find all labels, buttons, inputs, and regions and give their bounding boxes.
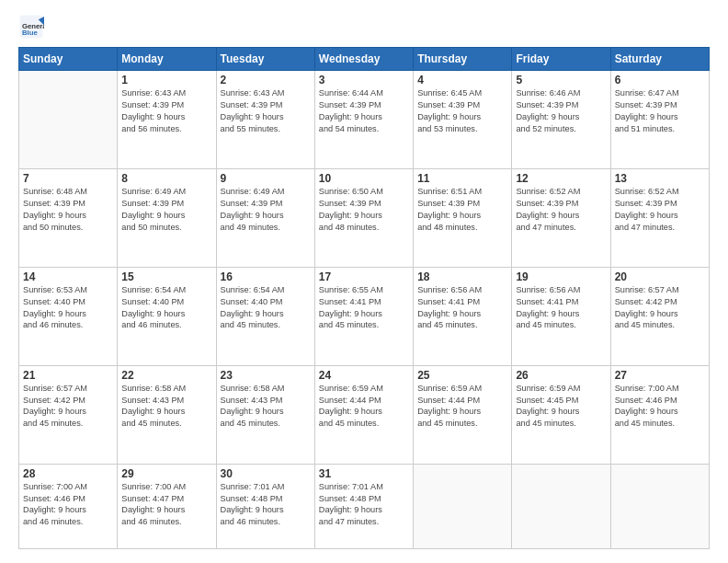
sunset-text: Sunset: 4:44 PM (417, 395, 507, 407)
calendar-cell: 8Sunrise: 6:49 AMSunset: 4:39 PMDaylight… (118, 168, 216, 267)
day-number: 4 (417, 74, 507, 86)
sunrise-text: Sunrise: 6:51 AM (417, 186, 507, 198)
sunset-text: Sunset: 4:42 PM (23, 395, 113, 407)
calendar-cell (414, 464, 512, 548)
calendar-cell: 27Sunrise: 7:00 AMSunset: 4:46 PMDayligh… (610, 365, 709, 464)
calendar-cell: 23Sunrise: 6:58 AMSunset: 4:43 PMDayligh… (216, 365, 314, 464)
calendar-cell (512, 464, 610, 548)
daylight-minutes: and 45 minutes. (615, 418, 705, 430)
daylight-hours: Daylight: 9 hours (121, 308, 211, 320)
day-number: 27 (615, 369, 705, 382)
daylight-hours: Daylight: 9 hours (23, 406, 113, 418)
svg-text:Blue: Blue (22, 29, 39, 37)
sunrise-text: Sunrise: 6:46 AM (516, 87, 606, 99)
daylight-minutes: and 45 minutes. (319, 319, 409, 331)
calendar-cell: 7Sunrise: 6:48 AMSunset: 4:39 PMDaylight… (19, 168, 118, 267)
sunrise-text: Sunrise: 6:57 AM (615, 284, 705, 296)
sunset-text: Sunset: 4:39 PM (121, 198, 211, 210)
day-number: 29 (121, 467, 211, 480)
sunrise-text: Sunrise: 6:59 AM (319, 383, 409, 395)
daylight-minutes: and 45 minutes. (221, 418, 311, 430)
daylight-hours: Daylight: 9 hours (516, 210, 606, 222)
calendar-cell: 26Sunrise: 6:59 AMSunset: 4:45 PMDayligh… (512, 365, 610, 464)
calendar-cell: 30Sunrise: 7:01 AMSunset: 4:48 PMDayligh… (216, 464, 314, 548)
daylight-minutes: and 45 minutes. (319, 418, 409, 430)
calendar-cell: 10Sunrise: 6:50 AMSunset: 4:39 PMDayligh… (314, 168, 413, 267)
sunrise-text: Sunrise: 6:59 AM (516, 383, 606, 395)
daylight-hours: Daylight: 9 hours (121, 504, 211, 516)
daylight-hours: Daylight: 9 hours (121, 210, 211, 222)
calendar-cell: 3Sunrise: 6:44 AMSunset: 4:39 PMDaylight… (314, 71, 413, 169)
calendar-cell: 21Sunrise: 6:57 AMSunset: 4:42 PMDayligh… (19, 365, 118, 464)
day-number: 30 (221, 467, 311, 480)
day-number: 18 (417, 270, 507, 283)
daylight-hours: Daylight: 9 hours (319, 406, 409, 418)
day-number: 23 (221, 369, 311, 382)
day-number: 8 (121, 172, 211, 185)
calendar-cell: 12Sunrise: 6:52 AMSunset: 4:39 PMDayligh… (512, 168, 610, 267)
day-number: 12 (516, 172, 606, 185)
day-number: 6 (615, 74, 705, 86)
calendar-cell: 11Sunrise: 6:51 AMSunset: 4:39 PMDayligh… (414, 168, 512, 267)
daylight-minutes: and 56 minutes. (121, 123, 211, 135)
daylight-hours: Daylight: 9 hours (319, 504, 409, 516)
sunset-text: Sunset: 4:39 PM (516, 99, 606, 111)
day-number: 1 (121, 74, 211, 86)
daylight-minutes: and 45 minutes. (615, 319, 705, 331)
day-number: 2 (221, 74, 311, 86)
day-number: 16 (221, 270, 311, 283)
daylight-hours: Daylight: 9 hours (319, 210, 409, 222)
calendar-cell: 4Sunrise: 6:45 AMSunset: 4:39 PMDaylight… (414, 71, 512, 169)
sunset-text: Sunset: 4:39 PM (319, 99, 409, 111)
sunset-text: Sunset: 4:45 PM (516, 395, 606, 407)
sunset-text: Sunset: 4:39 PM (23, 198, 113, 210)
calendar-cell: 14Sunrise: 6:53 AMSunset: 4:40 PMDayligh… (19, 267, 118, 365)
calendar-cell: 17Sunrise: 6:55 AMSunset: 4:41 PMDayligh… (314, 267, 413, 365)
calendar-cell: 2Sunrise: 6:43 AMSunset: 4:39 PMDaylight… (216, 71, 314, 169)
sunset-text: Sunset: 4:48 PM (221, 493, 311, 505)
daylight-hours: Daylight: 9 hours (23, 210, 113, 222)
weekday-header-wednesday: Wednesday (314, 48, 413, 71)
daylight-hours: Daylight: 9 hours (221, 504, 311, 516)
daylight-hours: Daylight: 9 hours (23, 504, 113, 516)
daylight-hours: Daylight: 9 hours (516, 111, 606, 123)
calendar-cell: 1Sunrise: 6:43 AMSunset: 4:39 PMDaylight… (118, 71, 216, 169)
sunset-text: Sunset: 4:40 PM (23, 296, 113, 308)
calendar-cell: 18Sunrise: 6:56 AMSunset: 4:41 PMDayligh… (414, 267, 512, 365)
sunrise-text: Sunrise: 6:54 AM (121, 284, 211, 296)
calendar-cell (610, 464, 709, 548)
sunrise-text: Sunrise: 7:01 AM (319, 481, 409, 493)
weekday-header-monday: Monday (118, 48, 216, 71)
sunrise-text: Sunrise: 6:58 AM (121, 383, 211, 395)
sunset-text: Sunset: 4:47 PM (121, 493, 211, 505)
day-number: 5 (516, 74, 606, 86)
day-number: 11 (417, 172, 507, 185)
sunset-text: Sunset: 4:41 PM (319, 296, 409, 308)
day-number: 14 (23, 270, 113, 283)
day-number: 9 (221, 172, 311, 185)
sunrise-text: Sunrise: 6:49 AM (221, 186, 311, 198)
daylight-minutes: and 45 minutes. (221, 319, 311, 331)
sunset-text: Sunset: 4:39 PM (615, 198, 705, 210)
day-number: 15 (121, 270, 211, 283)
sunset-text: Sunset: 4:39 PM (319, 198, 409, 210)
daylight-minutes: and 45 minutes. (417, 319, 507, 331)
daylight-hours: Daylight: 9 hours (417, 308, 507, 320)
sunset-text: Sunset: 4:40 PM (221, 296, 311, 308)
sunrise-text: Sunrise: 7:00 AM (615, 383, 705, 395)
daylight-hours: Daylight: 9 hours (417, 111, 507, 123)
daylight-minutes: and 48 minutes. (319, 222, 409, 234)
day-number: 10 (319, 172, 409, 185)
weekday-header-tuesday: Tuesday (216, 48, 314, 71)
daylight-hours: Daylight: 9 hours (121, 111, 211, 123)
sunrise-text: Sunrise: 6:48 AM (23, 186, 113, 198)
calendar-cell: 22Sunrise: 6:58 AMSunset: 4:43 PMDayligh… (118, 365, 216, 464)
day-number: 31 (319, 467, 409, 480)
sunrise-text: Sunrise: 6:43 AM (221, 87, 311, 99)
day-number: 13 (615, 172, 705, 185)
sunset-text: Sunset: 4:46 PM (23, 493, 113, 505)
daylight-hours: Daylight: 9 hours (615, 111, 705, 123)
day-number: 19 (516, 270, 606, 283)
daylight-minutes: and 46 minutes. (121, 516, 211, 528)
sunrise-text: Sunrise: 6:50 AM (319, 186, 409, 198)
